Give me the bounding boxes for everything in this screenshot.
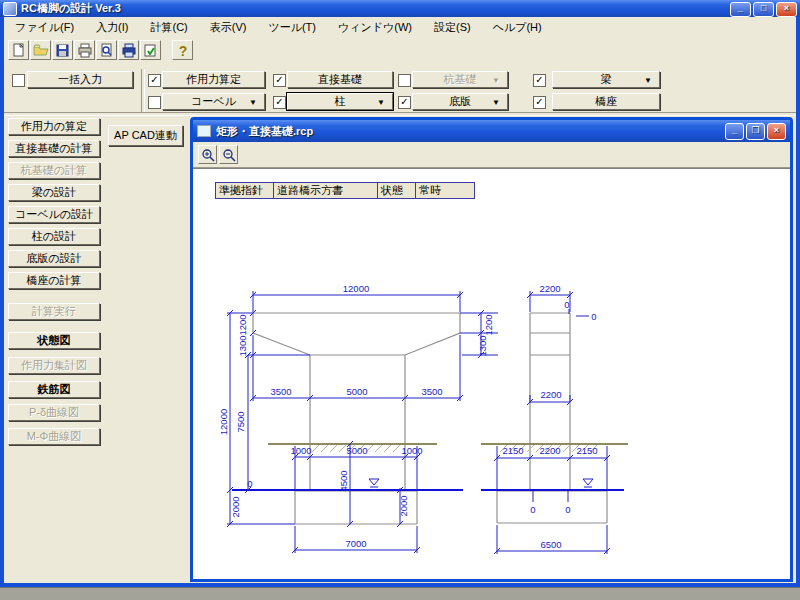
selector-separator (141, 69, 145, 112)
svg-text:?: ? (178, 43, 187, 58)
checkbox-コーベル[interactable]: ✓ (148, 96, 161, 109)
sidebar-button-作用力集計図: 作用力集計図 (8, 357, 100, 374)
dimension-label: 2000 (230, 496, 241, 517)
checkbox-橋座[interactable]: ✓ (533, 96, 546, 109)
dimension-label: 0 (530, 504, 535, 515)
minimize-button[interactable]: _ (730, 2, 751, 17)
dimension-label: 1000 (290, 445, 311, 456)
menu-help[interactable]: ヘルプ(H) (482, 18, 553, 37)
menu-settings[interactable]: 設定(S) (423, 18, 482, 37)
doc-restore-button[interactable]: ❐ (746, 123, 765, 140)
sidebar-button-コーベルの設計[interactable]: コーベルの設計 (8, 206, 100, 223)
sidebar-button-M-Φ曲線図: M-Φ曲線図 (8, 428, 100, 445)
dimension-label: 0 (247, 478, 252, 489)
sidebar-button-P-δ曲線図: P-δ曲線図 (8, 404, 100, 421)
dropdown-arrow-icon: ▼ (249, 97, 257, 106)
title-bar: RC橋脚の設計 Ver.3 _ □ × (0, 0, 800, 17)
selector-button-コーベル[interactable]: コーベル▼ (162, 93, 265, 110)
dropdown-arrow-icon: ▼ (492, 97, 500, 106)
dimension-label: 2150 (502, 445, 523, 456)
sidebar-button-橋座の計算[interactable]: 橋座の計算 (8, 272, 100, 289)
dimension-label: 1200 (237, 314, 248, 335)
checkbox-底版[interactable]: ✓ (398, 96, 411, 109)
selector-button-橋座[interactable]: 橋座 (552, 93, 660, 110)
print-icon[interactable] (74, 40, 95, 60)
save-icon[interactable] (52, 40, 73, 60)
menu-calc[interactable]: 計算(C) (139, 18, 198, 37)
menu-file[interactable]: ファイル(F) (4, 18, 85, 37)
checkbox-杭基礎: ✓ (398, 74, 411, 87)
dimension-label: 1200 (483, 314, 494, 335)
dimension-label: 5000 (346, 386, 367, 397)
print-preview-icon[interactable] (96, 40, 117, 60)
selector-button-作用力算定[interactable]: 作用力算定 (162, 71, 265, 88)
document-window: 矩形・直接基礎.rcp _ ❐ × 準拠指針 道路橋示方書 状態 常時 1200… (190, 117, 793, 582)
window-border-left (0, 17, 4, 583)
checkbox-梁[interactable]: ✓ (533, 74, 546, 87)
window-border-right (796, 17, 800, 583)
dropdown-arrow-icon: ▼ (377, 97, 385, 106)
report-editor-icon[interactable] (140, 40, 161, 60)
batch-input-button[interactable]: 一括入力 (27, 71, 133, 88)
document-title: 矩形・直接基礎.rcp (216, 124, 313, 139)
selector-button-直接基礎[interactable]: 直接基礎 (287, 71, 393, 88)
sidebar-button-作用力の算定[interactable]: 作用力の算定 (8, 118, 100, 135)
sidebar-button-鉄筋図[interactable]: 鉄筋図 (8, 381, 100, 398)
menu-tools[interactable]: ツール(T) (257, 18, 327, 37)
sidebar-button-杭基礎の計算: 杭基礎の計算 (8, 162, 100, 179)
document-title-bar: 矩形・直接基礎.rcp _ ❐ × (193, 120, 790, 142)
selector-button-杭基礎: 杭基礎▼ (412, 71, 508, 88)
pier-drawing: 1200012001300120013003500500035001200075… (193, 169, 790, 579)
printer-settings-icon[interactable] (118, 40, 139, 60)
sidebar-button-状態図[interactable]: 状態図 (8, 332, 100, 349)
zoom-out-icon[interactable] (219, 145, 238, 164)
sidebar-button-直接基礎の計算[interactable]: 直接基礎の計算 (8, 140, 100, 157)
sidebar-button-梁の設計[interactable]: 梁の設計 (8, 184, 100, 201)
sidebar-button-底版の設計[interactable]: 底版の設計 (8, 250, 100, 267)
dimension-label: 1300 (237, 335, 248, 356)
sidebar-button-柱の設計[interactable]: 柱の設計 (8, 228, 100, 245)
sidebar-button-計算実行: 計算実行 (8, 303, 100, 320)
help-icon[interactable]: ? (172, 40, 193, 60)
open-file-icon[interactable] (30, 40, 51, 60)
application-window: RC橋脚の設計 Ver.3 _ □ × ファイル(F) 入力(I) 計算(C) … (0, 0, 800, 600)
document-icon (197, 125, 211, 137)
dimension-label: 7000 (345, 538, 366, 549)
dimension-label: 0 (591, 311, 596, 322)
dimension-label: 5000 (346, 445, 367, 456)
dropdown-arrow-icon: ▼ (644, 75, 652, 84)
selector-button-底版[interactable]: 底版▼ (412, 93, 508, 110)
dropdown-arrow-icon: ▼ (492, 75, 500, 84)
dimension-label: 2200 (540, 389, 561, 400)
dimension-label: 3500 (270, 386, 291, 397)
new-document-icon[interactable] (8, 40, 29, 60)
dimension-label: 4500 (338, 470, 349, 491)
drawing-canvas: 準拠指針 道路橋示方書 状態 常時 1200012001300120013003… (193, 168, 790, 579)
main-toolbar: ? (4, 40, 193, 68)
dimension-label: 12000 (343, 283, 369, 294)
selector-button-柱[interactable]: 柱▼ (287, 93, 393, 110)
menu-window[interactable]: ウィンドウ(W) (327, 18, 423, 37)
menu-view[interactable]: 表示(V) (199, 18, 258, 37)
dimension-label: 3500 (421, 386, 442, 397)
maximize-button[interactable]: □ (753, 2, 774, 17)
app-icon (3, 2, 17, 16)
dimension-label: 2200 (539, 283, 560, 294)
doc-minimize-button[interactable]: _ (725, 123, 744, 140)
dimension-label: 6500 (540, 539, 561, 550)
desktop-strip (0, 587, 800, 600)
checkbox-柱[interactable]: ✓ (273, 96, 286, 109)
panel-divider (4, 112, 796, 116)
checkbox-直接基礎[interactable]: ✓ (273, 74, 286, 87)
selector-button-梁[interactable]: 梁▼ (552, 71, 660, 88)
ap-cad-link-button[interactable]: AP CAD連動 (108, 125, 183, 146)
dimension-label: 2000 (398, 495, 409, 516)
menu-input[interactable]: 入力(I) (85, 18, 139, 37)
close-button[interactable]: × (776, 2, 797, 17)
dimension-label: 0 (565, 504, 570, 515)
batch-input-checkbox[interactable]: ✓ (12, 74, 25, 87)
zoom-in-icon[interactable] (198, 145, 217, 164)
doc-close-button[interactable]: × (767, 123, 786, 140)
checkbox-作用力算定[interactable]: ✓ (148, 74, 161, 87)
document-toolbar (193, 142, 790, 168)
